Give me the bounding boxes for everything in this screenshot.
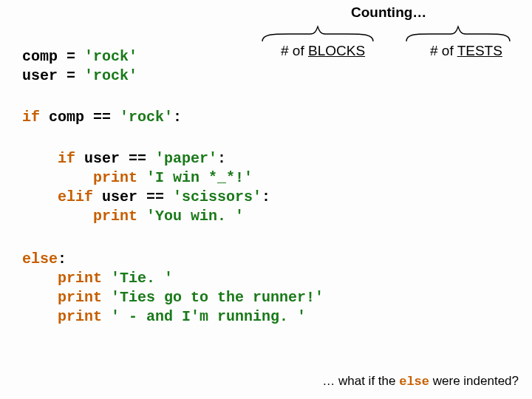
blocks-prefix: # of — [281, 43, 308, 58]
code-l6c: user == — [93, 188, 173, 205]
code-l7d: 'You win. ' — [146, 208, 244, 225]
code-if-comp: if comp == 'rock': — [22, 89, 182, 127]
code-l1a: comp = — [22, 48, 84, 65]
code-l6b: elif — [58, 188, 93, 205]
brace-blocks — [259, 22, 377, 43]
code-l4b: if — [58, 150, 75, 167]
code-l11d: ' - and I'm running. ' — [111, 308, 306, 325]
code-l1b: 'rock' — [84, 48, 137, 65]
code-l9b: print — [58, 270, 102, 287]
brace-tests — [403, 22, 514, 43]
code-l7a — [22, 208, 93, 225]
code-l4d: 'paper' — [155, 150, 217, 167]
code-l11b: print — [58, 308, 102, 325]
code-l3c: 'rock' — [120, 109, 173, 126]
code-l5a — [22, 169, 93, 186]
code-assignments: comp = 'rock' user = 'rock' — [22, 28, 137, 86]
code-l3b: comp == — [40, 109, 120, 126]
code-l6d: 'scissors' — [173, 188, 262, 205]
code-l7b: print — [93, 208, 137, 225]
blocks-label: # of BLOCKS — [281, 43, 365, 59]
code-l5d: 'I win *_*!' — [146, 169, 253, 186]
tests-word: TESTS — [457, 43, 502, 58]
code-else-block: else: print 'Tie. ' print 'Ties go to th… — [22, 231, 324, 327]
code-l8b: : — [58, 250, 66, 267]
footnote-prefix: … what if the — [322, 374, 399, 388]
code-l11c — [102, 308, 111, 325]
footnote-suffix: were indented? — [429, 374, 519, 388]
code-l6a — [22, 188, 58, 205]
code-l9c — [102, 270, 111, 287]
tests-prefix: # of — [430, 43, 457, 58]
code-l3d: : — [173, 109, 182, 126]
code-l9d: 'Tie. ' — [111, 270, 173, 287]
code-l11a — [22, 308, 58, 325]
code-l3a: if — [22, 109, 40, 126]
blocks-word: BLOCKS — [308, 43, 365, 58]
code-l2b: 'rock' — [84, 67, 137, 84]
code-l5b: print — [93, 169, 137, 186]
code-l2a: user = — [22, 67, 84, 84]
code-l5c — [137, 169, 146, 186]
tests-label: # of TESTS — [430, 43, 502, 59]
code-l8a: else — [22, 250, 58, 267]
code-inner-block: if user == 'paper': print 'I win *_*!' e… — [22, 130, 270, 226]
code-l4c: user == — [75, 150, 155, 167]
code-l9a — [22, 270, 58, 287]
code-l7c — [137, 208, 146, 225]
code-l10c — [102, 289, 111, 306]
code-l10b: print — [58, 289, 102, 306]
footnote-else-kw: else — [399, 375, 429, 389]
code-l10d: 'Ties go to the runner!' — [111, 289, 324, 306]
code-l10a — [22, 289, 58, 306]
counting-heading: Counting… — [351, 4, 426, 21]
code-l4a — [22, 150, 58, 167]
footnote: … what if the else were indented? — [322, 374, 519, 389]
code-l4e: : — [217, 150, 226, 167]
code-l6e: : — [262, 188, 270, 205]
